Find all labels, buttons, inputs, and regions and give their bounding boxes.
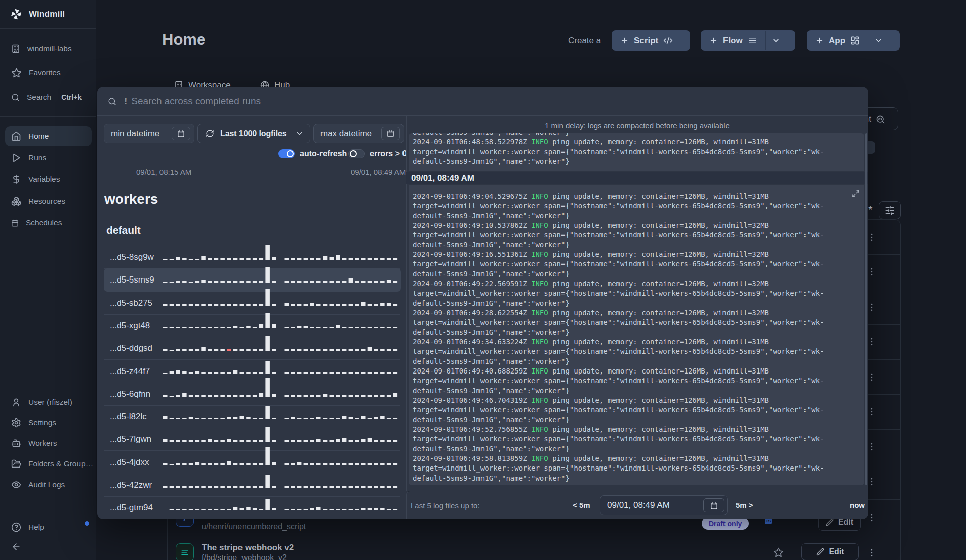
sidebar-item-help[interactable]: Help (0, 517, 96, 537)
expand-icon[interactable] (852, 190, 860, 198)
auto-refresh-toggle[interactable] (278, 149, 295, 158)
sidebar-item-label: Search (27, 92, 51, 102)
log-entry: 2024-09-01T06:49:40.688259Z INFO ping up… (413, 366, 860, 396)
log-scrollbar[interactable] (865, 133, 867, 485)
modal-search-placeholder: Search across completed runs (131, 96, 261, 107)
filter-asterisk: * (868, 203, 873, 216)
plus-icon (815, 36, 824, 45)
modal-footer: Last 5 log files up to: < 5m 09/01, 08:4… (406, 491, 868, 519)
log-line: default-5sms9-Jmn1G","name":"worker"} (413, 474, 860, 483)
create-flow-button[interactable]: Flow (701, 30, 795, 51)
log-line: target=windmill_worker::worker span={"ho… (413, 259, 860, 269)
worker-activity-sparkline (104, 380, 401, 403)
building-icon (11, 44, 20, 53)
worker-row-d5gtm94[interactable]: ...d5-gtm94 (104, 496, 401, 519)
back-5m-button[interactable]: < 5m (573, 501, 590, 509)
kebab-menu-icon[interactable] (867, 407, 877, 417)
gear-icon (11, 418, 21, 428)
item-path: u/henri/unencumbered_script (202, 522, 306, 531)
log-line: target=windmill_worker::worker span={"ho… (413, 347, 860, 356)
toggle-label: errors > 0 (370, 149, 407, 158)
log-entry: 2024-09-01T06:49:52.756855Z INFO ping up… (413, 425, 860, 454)
max-datetime-input[interactable]: max datetime (313, 124, 404, 143)
calendar-button[interactable] (381, 127, 400, 140)
create-a-label: Create a (568, 36, 601, 46)
list-item[interactable]: The stripe webhook v2f/bd/stripe_webhook… (168, 535, 901, 560)
calendar-button[interactable] (703, 498, 725, 512)
kebab-menu-icon[interactable] (867, 513, 877, 523)
kebab-menu-icon[interactable] (867, 442, 877, 452)
create-app-dropdown[interactable] (868, 31, 889, 50)
now-button[interactable]: now (850, 501, 865, 509)
worker-rows: ...d5-8sg9w...d5-5sms9...d5-sb275...d5-x… (97, 246, 406, 519)
log-line: target=windmill_worker::worker span={"ho… (413, 318, 860, 327)
logo-row[interactable]: Windmill (0, 0, 96, 28)
log-line: default-5sms9-Jmn1G","name":"worker"} (413, 299, 860, 308)
sidebar-item-search[interactable]: SearchCtrl+k (0, 87, 96, 107)
log-entry: 2024-09-01T06:49:22.569591Z INFO ping up… (413, 279, 860, 308)
eye-icon (11, 480, 21, 490)
help-circle-icon (11, 522, 21, 532)
edit-button[interactable]: Edit (801, 543, 859, 560)
log-line: default-5sms9-Jmn1G","name":"worker"} (413, 240, 860, 250)
calendar-icon (177, 130, 185, 137)
calendar-button[interactable] (172, 127, 190, 140)
pencil-icon (826, 518, 834, 526)
plus-icon (709, 36, 718, 45)
sidebar-item-runs[interactable]: Runs (0, 148, 96, 168)
log-line: 2024-09-01T06:49:16.551361Z INFO ping up… (413, 250, 860, 259)
sidebar-item-label: Help (28, 523, 44, 532)
help-notification-dot (85, 521, 89, 526)
refresh-icon (206, 129, 214, 138)
worker-activity-sparkline (104, 471, 401, 494)
sidebar-item-user[interactable]: User (rfiszel) (0, 392, 96, 412)
filter-button[interactable] (879, 201, 901, 219)
create-script-button[interactable]: Script (612, 30, 690, 51)
sidebar-item-favorites[interactable]: Favorites (0, 63, 96, 83)
kebab-menu-icon[interactable] (867, 302, 877, 312)
log-line: 2024-09-01T06:49:58.813859Z INFO ping up… (413, 454, 860, 463)
kebab-menu-icon[interactable] (867, 337, 877, 347)
boxes-icon (11, 196, 21, 206)
collapse-sidebar-button[interactable] (0, 537, 96, 557)
code-icon (663, 36, 673, 45)
sidebar-item-audit[interactable]: Audit Logs (0, 475, 96, 495)
calendar-icon (11, 219, 19, 227)
log-entry: 2024-09-01T06:48:58.522978Z INFO ping up… (413, 137, 860, 166)
sidebar-item-label: Resources (28, 197, 65, 206)
kebab-menu-icon[interactable] (867, 267, 877, 277)
kebab-menu-icon[interactable] (867, 477, 877, 487)
sidebar-item-variables[interactable]: Variables (0, 169, 96, 190)
sidebar-item-folders[interactable]: Folders & Groups... (0, 454, 96, 474)
kebab-menu-icon[interactable] (867, 548, 877, 558)
max-datetime-placeholder: max datetime (320, 129, 372, 139)
sidebar-item-resources[interactable]: Resources (0, 191, 96, 211)
create-flow-dropdown[interactable] (765, 31, 786, 50)
time-range-start: 09/01, 08:15 AM (136, 168, 191, 176)
star-icon[interactable] (773, 547, 784, 558)
kebab-menu-icon[interactable] (867, 372, 877, 382)
user-icon (11, 397, 21, 407)
time-range-end: 09/01, 08:49 AM (351, 168, 406, 176)
sidebar-item-home[interactable]: Home (5, 126, 92, 146)
sidebar-item-settings[interactable]: Settings (0, 413, 96, 433)
errors-toggle[interactable] (348, 149, 365, 158)
log-line: 2024-09-01T06:49:40.688259Z INFO ping up… (413, 366, 860, 376)
sidebar-item-schedules[interactable]: Schedules (0, 213, 96, 233)
log-line: target=windmill_worker::worker span={"ho… (413, 289, 860, 298)
min-datetime-placeholder: min datetime (111, 129, 159, 139)
kebab-menu-icon[interactable] (867, 232, 877, 242)
forward-5m-button[interactable]: 5m > (736, 501, 753, 509)
worker-activity-sparkline (104, 334, 401, 357)
log-entry: 2024-09-01T06:49:46.704319Z INFO ping up… (413, 396, 860, 425)
logfiles-selector[interactable]: Last 1000 logfiles (197, 124, 310, 143)
min-datetime-input[interactable]: min datetime (104, 124, 194, 143)
footer-datetime-picker[interactable]: 09/01, 08:49 AM (600, 495, 728, 515)
home-icon (11, 131, 21, 141)
sidebar-item-label: User (rfiszel) (28, 398, 72, 407)
sidebar-item-workers[interactable]: Workers (0, 433, 96, 453)
modal-search-bar[interactable]: ! Search across completed runs (97, 87, 868, 116)
sidebar-item-label: Runs (28, 153, 46, 162)
sidebar-item-workspace[interactable]: windmill-labs (0, 39, 96, 59)
create-app-button[interactable]: App (807, 30, 900, 51)
